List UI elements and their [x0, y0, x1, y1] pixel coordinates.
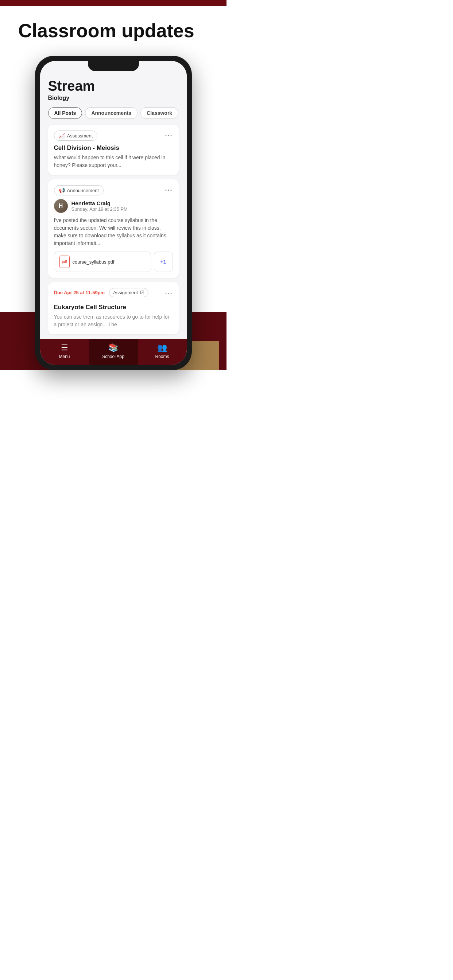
pdf-icon: pdf	[59, 256, 70, 268]
card-announcement: 📢 Announcement ··· H Henrietta Craig	[48, 180, 179, 278]
card-1-body: What would happen to this cell if it wer…	[54, 154, 173, 169]
card-3-more[interactable]: ···	[165, 290, 172, 298]
card-3-header: Due Apr 25 at 11:59pm Assignment ☑ ···	[54, 288, 173, 300]
avatar: H	[54, 199, 68, 213]
rooms-icon: 👥	[157, 343, 167, 353]
card-assignment: Due Apr 25 at 11:59pm Assignment ☑ ··· E…	[48, 282, 179, 334]
phone-area: Stream Biology All Posts Announcements C…	[0, 48, 226, 370]
phone-notch	[88, 61, 139, 71]
card-3-title: Eukaryote Cell Structure	[54, 304, 173, 311]
stream-title: Stream	[48, 78, 179, 94]
phone-screen: Stream Biology All Posts Announcements C…	[40, 61, 187, 365]
page-header: Classroom updates	[0, 6, 226, 48]
nav-school-app[interactable]: 📚 School App	[89, 339, 138, 365]
assignment-badge: Assignment ☑	[109, 288, 148, 297]
page-wrapper: Classroom updates Stream Biology All Pos…	[0, 0, 226, 490]
assignment-badge-label: Assignment	[113, 290, 138, 295]
rooms-label: Rooms	[155, 354, 169, 359]
stream-subtitle: Biology	[48, 95, 179, 101]
attachment-row: pdf course_syllabus.pdf +1	[54, 251, 173, 272]
menu-label: Menu	[59, 354, 70, 359]
due-row: Due Apr 25 at 11:59pm Assignment ☑	[54, 288, 149, 297]
author-date: Sunday, Apr 19 at 2:35 PM	[72, 206, 128, 212]
assessment-label: Assessment	[67, 133, 93, 138]
card-1-title: Cell Division - Meiosis	[54, 145, 173, 152]
tab-announcements[interactable]: Announcements	[85, 107, 137, 119]
phone-frame: Stream Biology All Posts Announcements C…	[35, 56, 192, 370]
tab-all-posts[interactable]: All Posts	[48, 107, 83, 119]
announcement-icon: 📢	[59, 188, 65, 193]
assessment-icon: 📈	[59, 133, 65, 138]
school-app-label: School App	[102, 354, 124, 359]
file-name: course_syllabus.pdf	[73, 259, 115, 265]
menu-icon: ☰	[61, 343, 68, 353]
card-3-body: You can use them as resources to go to f…	[54, 313, 173, 328]
nav-rooms[interactable]: 👥 Rooms	[138, 339, 187, 365]
author-info: Henrietta Craig Sunday, Apr 19 at 2:35 P…	[72, 200, 128, 212]
announcement-label: Announcement	[67, 188, 99, 193]
nav-menu[interactable]: ☰ Menu	[40, 339, 89, 365]
card-2-more[interactable]: ···	[165, 187, 172, 194]
avatar-image: H	[54, 199, 68, 213]
card-assessment: 📈 Assessment ··· Cell Division - Meiosis…	[48, 125, 179, 175]
announcement-badge: 📢 Announcement	[54, 185, 104, 196]
tab-classwork[interactable]: Classwork	[140, 107, 179, 119]
assignment-icon: ☑	[140, 290, 144, 295]
card-1-header: 📈 Assessment ···	[54, 130, 173, 141]
author-row: H Henrietta Craig Sunday, Apr 19 at 2:35…	[54, 199, 173, 213]
assessment-badge: 📈 Assessment	[54, 130, 98, 141]
due-label: Due Apr 25 at 11:59pm	[54, 290, 105, 295]
page-title: Classroom updates	[18, 21, 208, 41]
attachment-file[interactable]: pdf course_syllabus.pdf	[54, 251, 151, 272]
attachment-count[interactable]: +1	[154, 251, 173, 272]
card-1-more[interactable]: ···	[165, 132, 172, 140]
filter-tabs: All Posts Announcements Classwork	[48, 107, 179, 119]
card-2-header: 📢 Announcement ···	[54, 185, 173, 196]
phone-content: Stream Biology All Posts Announcements C…	[40, 71, 187, 334]
top-bar	[0, 0, 226, 6]
author-name: Henrietta Craig	[72, 200, 128, 206]
bottom-nav: ☰ Menu 📚 School App 👥 Rooms	[40, 339, 187, 365]
card-2-body: I've posted the updated course syllabus …	[54, 216, 173, 247]
school-app-icon: 📚	[108, 343, 118, 353]
